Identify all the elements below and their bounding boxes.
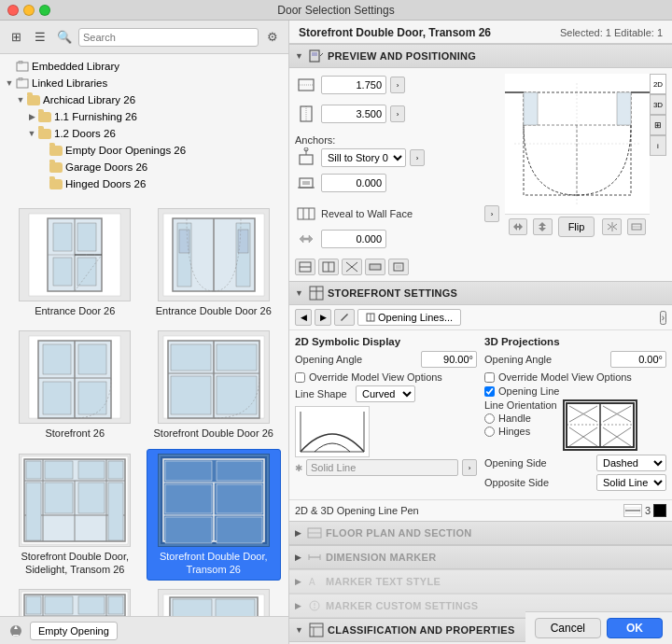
nav-prev-btn[interactable]: ◀ xyxy=(295,309,312,326)
tree-item-embedded-library[interactable]: Embedded Library xyxy=(0,58,288,75)
section-header-storefront[interactable]: ▼ STOREFRONT SETTINGS xyxy=(289,281,672,305)
opening-lines-btn[interactable]: Opening Lines... xyxy=(357,309,461,326)
mirror-icon[interactable] xyxy=(602,218,621,235)
grid-item-storefront-sidelight-transom[interactable]: Storefront Sidelight, Transom 26 xyxy=(7,584,143,616)
orientation-icon-4[interactable] xyxy=(365,259,385,275)
tree-item-hinged[interactable]: Hinged Doors 26 xyxy=(0,175,288,192)
width-arrow-btn[interactable]: › xyxy=(390,77,405,93)
grid-item-storefront-with-transom[interactable]: Storefront with Transom 26 xyxy=(147,584,282,616)
expand-btn[interactable]: › xyxy=(660,311,666,325)
tree-arrow-furnishing: ▶ xyxy=(26,112,37,121)
2d-opening-angle-input[interactable] xyxy=(421,351,477,368)
view-toggle-button[interactable]: ⊞ xyxy=(6,27,26,48)
library-grid: Entrance Door 26 xyxy=(0,196,288,616)
svg-rect-93 xyxy=(300,155,313,164)
library-toolbar: ⊞ ☰ 🔍 ⚙ xyxy=(0,21,288,54)
svg-rect-79 xyxy=(173,599,212,616)
orientation-icon-5[interactable] xyxy=(388,259,409,275)
svg-rect-97 xyxy=(302,181,310,185)
3d-projection-area: Line Orientation Handle Hinges xyxy=(484,399,666,451)
height-input[interactable] xyxy=(321,105,386,123)
anchor-arrow[interactable]: › xyxy=(410,149,425,166)
rotate-icon[interactable] xyxy=(627,218,646,235)
item-thumb-entrance-double xyxy=(158,208,270,301)
reveal-arrow[interactable]: › xyxy=(484,205,499,222)
svg-rect-84 xyxy=(13,635,19,637)
section-header-floor-plan[interactable]: ▶ FLOOR PLAN AND SECTION xyxy=(289,521,672,545)
width-input[interactable] xyxy=(321,76,386,94)
height-arrow-btn[interactable]: › xyxy=(390,105,405,122)
gear-button[interactable]: ⚙ xyxy=(262,27,283,48)
flip-icon-2[interactable] xyxy=(533,218,552,235)
3d-opening-angle-input[interactable] xyxy=(610,351,666,368)
preview-tab-3d[interactable]: 3D xyxy=(650,94,666,115)
tree-item-furnishing[interactable]: ▶ 1.1 Furnishing 26 xyxy=(0,108,288,125)
svg-rect-58 xyxy=(217,484,262,513)
grid-item-entrance-double[interactable]: Entrance Double Door 26 xyxy=(147,203,282,322)
orientation-icon-2[interactable] xyxy=(318,259,339,275)
close-button[interactable] xyxy=(7,5,19,16)
section-header-preview[interactable]: ▼ PREVIEW AND POSITIONING xyxy=(289,44,672,68)
preview-positioning-area: › › Anc xyxy=(295,74,666,275)
add-icon[interactable] xyxy=(6,621,26,641)
ok-button[interactable]: OK xyxy=(607,618,663,638)
3d-override-checkbox[interactable] xyxy=(484,372,495,383)
grid-item-entrance-door[interactable]: Entrance Door 26 xyxy=(7,203,143,322)
solid-line-input[interactable] xyxy=(306,459,458,476)
grid-item-storefront-sidelight[interactable]: Storefront Double Door, Sidelight, Trans… xyxy=(7,449,143,581)
nav-next-btn[interactable]: ▶ xyxy=(315,309,331,326)
svg-rect-25 xyxy=(43,382,71,414)
svg-rect-67 xyxy=(26,596,41,614)
marker-text-title: MARKER TEXT STYLE xyxy=(326,576,441,587)
tree-item-linked-libraries[interactable]: ▼ Linked Libraries xyxy=(0,75,288,91)
preview-tab-info[interactable]: ⊞ xyxy=(650,115,666,135)
tree-item-doors[interactable]: ▼ 1.2 Doors 26 xyxy=(0,125,288,142)
reveal-value-input[interactable] xyxy=(321,230,386,248)
grid-item-storefront[interactable]: Storefront 26 xyxy=(7,326,143,444)
line-shape-select[interactable]: Curved Straight xyxy=(356,385,415,402)
anchor-select[interactable]: Sill to Story 0 xyxy=(321,148,406,167)
orientation-icon-3[interactable] xyxy=(342,259,362,275)
tree-item-archicad-library[interactable]: ▼ Archicad Library 26 xyxy=(0,91,288,108)
flip-button[interactable]: Flip xyxy=(558,217,595,237)
anchor-value-input[interactable] xyxy=(321,174,386,192)
reveal-label: Reveal to Wall Face xyxy=(321,208,413,219)
list-view-button[interactable]: ☰ xyxy=(30,27,50,48)
solid-line-arrow[interactable]: › xyxy=(462,459,477,476)
symbol-preview-2d xyxy=(295,406,370,457)
radio-handle-input[interactable] xyxy=(484,413,495,424)
opening-line-checkbox[interactable] xyxy=(484,386,495,397)
opening-side-select[interactable]: Dashed Solid Line xyxy=(596,455,666,471)
item-thumb-storefront xyxy=(19,330,131,424)
marker-text-icon: A xyxy=(307,574,322,589)
empty-opening-button[interactable]: Empty Opening xyxy=(30,622,118,640)
svg-rect-55 xyxy=(165,461,212,481)
maximize-button[interactable] xyxy=(39,5,50,16)
search-input[interactable] xyxy=(78,28,259,47)
search-button[interactable]: 🔍 xyxy=(54,27,75,48)
radio-hinges-input[interactable] xyxy=(484,427,495,437)
preview-tab-2d[interactable]: 2D xyxy=(650,74,666,94)
grid-item-storefront-double[interactable]: Storefront Double Door 26 xyxy=(147,326,282,444)
section-header-marker-text[interactable]: ▶ A MARKER TEXT STYLE xyxy=(289,569,672,594)
orientation-icon-1[interactable] xyxy=(295,259,315,275)
item-thumb-sidelight xyxy=(19,454,131,547)
minimize-button[interactable] xyxy=(23,5,35,16)
bottom-toolbar: Empty Opening xyxy=(0,616,288,644)
opposite-side-select[interactable]: Solid Line Dashed xyxy=(596,474,666,491)
3d-opening-angle-label: Opening Angle xyxy=(484,354,552,365)
cancel-button[interactable]: Cancel xyxy=(535,618,601,638)
tree-item-empty-door[interactable]: Empty Door Openings 26 xyxy=(0,142,288,159)
doors-label: 1.2 Doors 26 xyxy=(54,128,116,139)
preview-tab-floor[interactable]: i xyxy=(650,135,666,156)
edit-btn[interactable] xyxy=(334,309,355,326)
2d-override-checkbox[interactable] xyxy=(295,372,305,383)
tree-item-garage[interactable]: Garage Doors 26 xyxy=(0,159,288,175)
3d-projection-box xyxy=(563,399,637,451)
flip-icon-1[interactable] xyxy=(509,218,527,235)
grid-item-storefront-transom[interactable]: Storefront Double Door, Transom 26 xyxy=(147,449,282,581)
section-header-dimension[interactable]: ▶ DIMENSION MARKER xyxy=(289,545,672,569)
section-triangle-marker-text: ▶ xyxy=(295,577,301,586)
svg-rect-99 xyxy=(298,208,315,219)
section-triangle-preview: ▼ xyxy=(295,51,303,61)
